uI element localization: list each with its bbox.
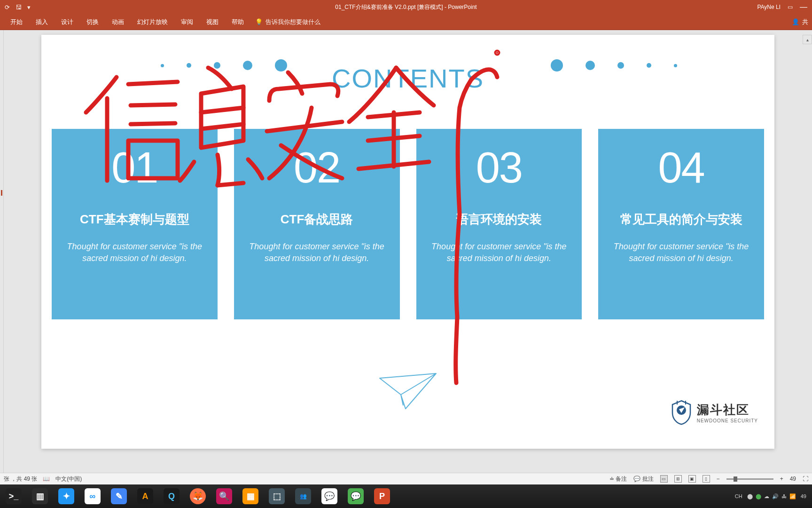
brand-logo: 漏斗社区 NEWDOONE SECURITY: [671, 400, 758, 425]
tell-me-label: 告诉我你想要做什么: [265, 18, 320, 26]
status-bar: 张 ，共 49 张 📖 中文(中国) ≐ 备注 💬 批注 ▭ ⊞ ▣ ▯ − +…: [0, 473, 812, 484]
card-1: 01 CTF基本赛制与题型 Thought for customer servi…: [52, 129, 218, 319]
zoom-slider[interactable]: [726, 478, 773, 480]
ribbon-options-icon[interactable]: ▭: [788, 4, 793, 10]
spellcheck-icon[interactable]: 📖: [43, 476, 50, 482]
taskbar-wechat2[interactable]: 💬: [343, 485, 368, 507]
minimize-icon[interactable]: —: [800, 3, 807, 11]
taskbar-wechat[interactable]: 💬: [317, 485, 342, 507]
card-3: 03 语言环境的安装 Thought for customer service …: [416, 129, 582, 319]
system-tray[interactable]: ⬤ ⬤ ☁ 🔊 🖧 📶: [747, 493, 796, 500]
contents-heading: CONTENTS: [332, 63, 484, 94]
taskbar-app-orange[interactable]: ▦: [238, 485, 263, 507]
tray-number[interactable]: 49: [801, 493, 806, 499]
svg-point-1: [496, 52, 498, 54]
card-title: 语言环境的安装: [456, 211, 542, 228]
volume-icon[interactable]: 🔊: [772, 493, 779, 500]
tab-design[interactable]: 设计: [55, 14, 80, 30]
tray-icon[interactable]: ⬤: [756, 493, 761, 500]
decor-dots-left: [149, 59, 298, 71]
card-desc: Thought for customer service "is the sac…: [243, 241, 390, 264]
taskbar-files[interactable]: ▥: [27, 485, 53, 507]
taskbar: >_ ▥ ✦ ∞ ✎ A Q 🦊 🔍 ▦ ⬚ 👥 💬 💬 P CH ⬤ ⬤ ☁ …: [0, 484, 812, 508]
shield-icon: [671, 400, 692, 425]
tray-icon[interactable]: ☁: [764, 493, 769, 500]
tray-icon[interactable]: ⬤: [747, 493, 753, 500]
card-desc: Thought for customer service "is the sac…: [61, 241, 208, 264]
share-button[interactable]: 👤 共: [792, 18, 808, 26]
titlebar: ⟳ 🖫 ▾ 01_CTF介绍&赛前准备 V2.0.ppt [兼容模式] - Po…: [0, 0, 812, 14]
tab-insert[interactable]: 插入: [29, 14, 55, 30]
tab-help[interactable]: 帮助: [225, 14, 250, 30]
wifi-icon[interactable]: 📶: [789, 493, 796, 500]
taskbar-search[interactable]: 🔍: [211, 485, 237, 507]
fit-window-icon[interactable]: ⛶: [803, 476, 808, 482]
language-indicator[interactable]: 中文(中国): [55, 475, 82, 483]
taskbar-terminal[interactable]: >_: [1, 485, 26, 507]
decor-dots-right: [539, 59, 688, 71]
share-icon: 👤: [792, 18, 799, 25]
view-sorter-icon[interactable]: ⊞: [674, 475, 682, 483]
view-reading-icon[interactable]: ▣: [688, 475, 696, 483]
taskbar-firefox[interactable]: 🦊: [185, 485, 211, 507]
ime-indicator[interactable]: CH: [735, 493, 742, 499]
save-icon[interactable]: 🖫: [16, 4, 22, 11]
tab-slideshow[interactable]: 幻灯片放映: [131, 14, 174, 30]
network-icon[interactable]: 🖧: [781, 493, 787, 499]
thumbnail-pane-collapsed[interactable]: [0, 30, 4, 473]
taskbar-browser-q[interactable]: Q: [159, 485, 184, 507]
view-normal-icon[interactable]: ▭: [660, 475, 668, 483]
window-title: 01_CTF介绍&赛前准备 V2.0.ppt [兼容模式] - PowerPoi…: [335, 3, 476, 11]
taskbar-app-group[interactable]: 👥: [290, 485, 316, 507]
taskbar-vmware[interactable]: ⬚: [264, 485, 289, 507]
ribbon: 开始 插入 设计 切换 动画 幻灯片放映 审阅 视图 帮助 💡 告诉我你想要做什…: [0, 14, 812, 30]
zoom-in-icon[interactable]: +: [780, 476, 783, 482]
card-number: 01: [111, 143, 157, 192]
card-title: CTF备战思路: [281, 211, 353, 228]
tab-review[interactable]: 审阅: [174, 14, 200, 30]
workspace: ▴ CONTENTS 01 CTF基本赛制与题型 Thought for cus…: [0, 30, 812, 473]
card-title: CTF基本赛制与题型: [80, 211, 189, 228]
card-number: 02: [294, 143, 340, 192]
zoom-out-icon[interactable]: −: [717, 476, 720, 482]
card-number: 03: [476, 143, 522, 192]
taskbar-notes[interactable]: ✎: [106, 485, 132, 507]
logo-text-en: NEWDOONE SECURITY: [697, 418, 758, 423]
card-2: 02 CTF备战思路 Thought for customer service …: [234, 129, 400, 319]
logo-text-cn: 漏斗社区: [697, 402, 758, 418]
cards-row: 01 CTF基本赛制与题型 Thought for customer servi…: [52, 129, 764, 319]
card-desc: Thought for customer service "is the sac…: [426, 241, 573, 264]
comments-button[interactable]: 💬 批注: [633, 475, 653, 483]
zoom-value[interactable]: 49: [790, 476, 796, 482]
taskbar-app-blue[interactable]: ✦: [54, 485, 79, 507]
lightbulb-icon: 💡: [255, 18, 263, 25]
card-desc: Thought for customer service "is the sac…: [608, 241, 755, 264]
user-name[interactable]: PAyNe LI: [757, 4, 781, 10]
tab-home[interactable]: 开始: [4, 14, 29, 30]
slide-canvas[interactable]: CONTENTS 01 CTF基本赛制与题型 Thought for custo…: [41, 35, 774, 449]
taskbar-powerpoint[interactable]: P: [369, 485, 395, 507]
slide-count[interactable]: 张 ，共 49 张: [4, 475, 37, 483]
taskbar-app-a[interactable]: A: [133, 485, 158, 507]
card-4: 04 常见工具的简介与安装 Thought for customer servi…: [598, 129, 764, 319]
tab-transitions[interactable]: 切换: [80, 14, 105, 30]
tab-animations[interactable]: 动画: [105, 14, 131, 30]
tell-me-search[interactable]: 💡 告诉我你想要做什么: [255, 18, 320, 26]
notes-button[interactable]: ≐ 备注: [609, 475, 627, 483]
tab-view[interactable]: 视图: [200, 14, 225, 30]
paper-plane-icon: [375, 369, 441, 411]
qa-dropdown-icon[interactable]: ▾: [27, 4, 31, 11]
card-number: 04: [658, 143, 704, 192]
autosave-icon[interactable]: ⟳: [5, 4, 10, 11]
card-title: 常见工具的简介与安装: [620, 211, 742, 228]
view-slideshow-icon[interactable]: ▯: [703, 475, 710, 483]
taskbar-baidu[interactable]: ∞: [80, 485, 105, 507]
